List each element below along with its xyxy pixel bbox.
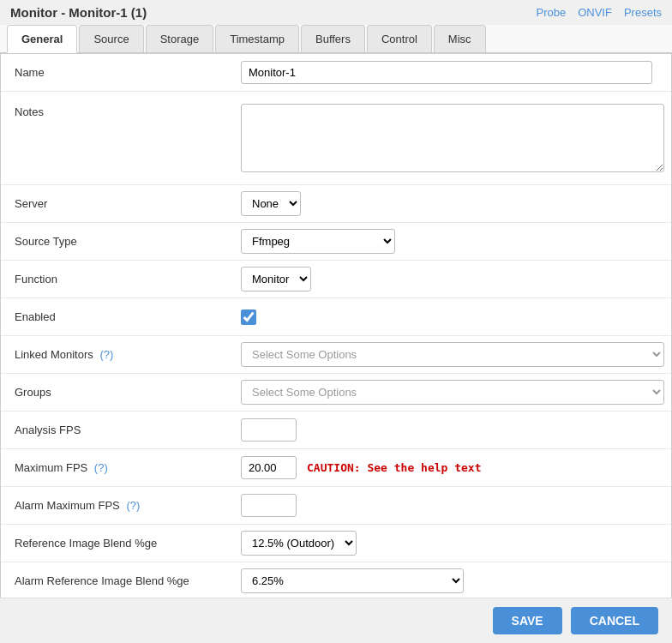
window-title: Monitor - Monitor-1 (1) [10, 5, 147, 20]
function-row: Function Monitor [1, 261, 671, 298]
groups-field: Select Some Options [234, 375, 671, 410]
notes-row: Notes [1, 92, 671, 185]
maximum-fps-input[interactable] [241, 456, 297, 479]
analysis-fps-row: Analysis FPS [1, 412, 671, 449]
tab-misc[interactable]: Misc [434, 25, 486, 52]
maximum-fps-row: Maximum FPS (?) CAUTION: See the help te… [1, 449, 671, 487]
tab-general[interactable]: General [7, 25, 77, 53]
source-type-select[interactable]: Ffmpeg [241, 229, 395, 254]
alarm-maximum-fps-input[interactable] [241, 494, 297, 517]
alarm-reference-blend-select[interactable]: 6.25% [241, 568, 464, 593]
analysis-fps-input[interactable] [241, 418, 297, 442]
notes-label: Notes [1, 99, 234, 125]
notes-field [234, 99, 671, 177]
alarm-maximum-fps-row: Alarm Maximum FPS (?) [1, 487, 671, 525]
enabled-field [234, 304, 671, 330]
source-type-field: Ffmpeg [234, 224, 671, 259]
alarm-reference-blend-field: 6.25% [234, 563, 671, 598]
onvif-link[interactable]: ONVIF [578, 6, 612, 19]
linked-monitors-row: Linked Monitors (?) Select Some Options [1, 336, 671, 374]
tab-buffers[interactable]: Buffers [301, 25, 365, 52]
server-field: None [234, 186, 671, 221]
linked-monitors-help[interactable]: (?) [99, 348, 113, 361]
name-input[interactable] [241, 61, 652, 84]
alarm-maximum-fps-field [234, 489, 671, 522]
tab-timestamp[interactable]: Timestamp [215, 25, 299, 52]
groups-select[interactable]: Select Some Options [241, 380, 664, 405]
alarm-reference-blend-label: Alarm Reference Image Blend %ge [1, 568, 234, 594]
source-type-row: Source Type Ffmpeg [1, 223, 671, 261]
name-label: Name [1, 59, 234, 86]
caution-text: CAUTION: See the help text [307, 461, 482, 474]
name-row: Name [1, 54, 671, 92]
reference-blend-row: Reference Image Blend %ge 12.5% (Outdoor… [1, 525, 671, 562]
analysis-fps-label: Analysis FPS [1, 417, 234, 443]
analysis-fps-field [234, 413, 671, 447]
linked-monitors-select[interactable]: Select Some Options [241, 342, 664, 367]
linked-monitors-label: Linked Monitors (?) [1, 341, 234, 368]
form-container: Name Notes Server None Source Type Ffmpe… [0, 53, 672, 639]
alarm-maximum-fps-label: Alarm Maximum FPS (?) [1, 492, 234, 519]
maximum-fps-field: CAUTION: See the help text [234, 451, 671, 484]
server-row: Server None [1, 185, 671, 223]
alarm-maximum-fps-help[interactable]: (?) [126, 499, 140, 512]
footer: SAVE CANCEL [0, 598, 672, 643]
groups-row: Groups Select Some Options [1, 374, 671, 412]
enabled-label: Enabled [1, 303, 234, 330]
tab-source[interactable]: Source [79, 25, 143, 52]
save-button[interactable]: SAVE [493, 607, 562, 634]
notes-textarea[interactable] [241, 104, 664, 172]
server-select[interactable]: None [241, 191, 301, 216]
groups-label: Groups [1, 379, 234, 406]
alarm-reference-blend-row: Alarm Reference Image Blend %ge 6.25% [1, 562, 671, 600]
reference-blend-select[interactable]: 12.5% (Outdoor) [241, 531, 357, 556]
maximum-fps-label: Maximum FPS (?) [1, 454, 234, 481]
presets-link[interactable]: Presets [624, 6, 662, 19]
tabs-bar: General Source Storage Timestamp Buffers… [0, 25, 672, 53]
probe-link[interactable]: Probe [536, 6, 566, 19]
maximum-fps-help[interactable]: (?) [94, 461, 108, 474]
linked-monitors-field: Select Some Options [234, 337, 671, 372]
enabled-checkbox[interactable] [241, 309, 256, 325]
reference-blend-label: Reference Image Blend %ge [1, 530, 234, 556]
tab-storage[interactable]: Storage [146, 25, 214, 52]
tab-control[interactable]: Control [367, 25, 432, 52]
name-field [234, 56, 671, 89]
enabled-row: Enabled [1, 298, 671, 336]
function-label: Function [1, 266, 234, 292]
function-field: Monitor [234, 261, 671, 297]
source-type-label: Source Type [1, 228, 234, 255]
reference-blend-field: 12.5% (Outdoor) [234, 526, 671, 561]
server-label: Server [1, 190, 234, 217]
function-select[interactable]: Monitor [241, 267, 311, 291]
cancel-button[interactable]: CANCEL [571, 607, 658, 634]
